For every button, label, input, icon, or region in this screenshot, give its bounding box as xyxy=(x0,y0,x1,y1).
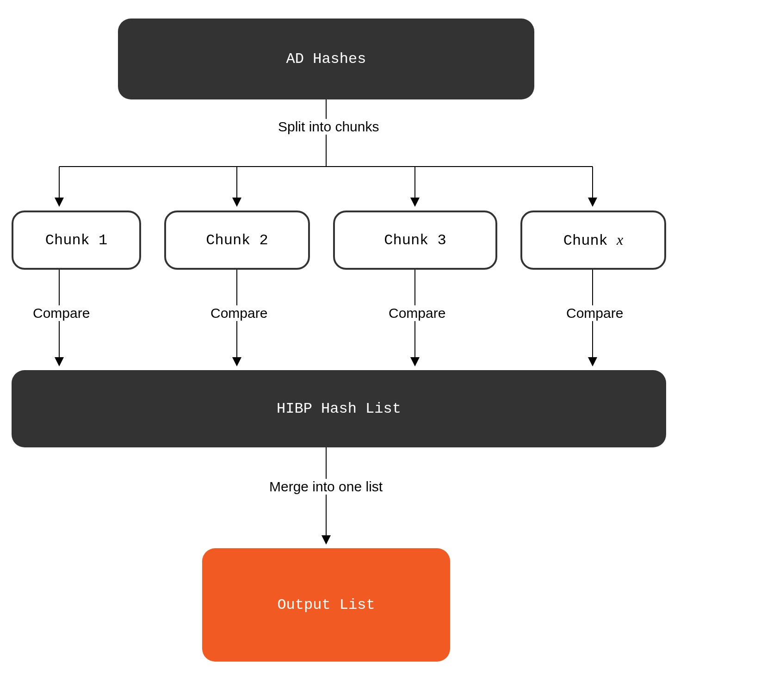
node-hibp: HIBP Hash List xyxy=(12,370,666,447)
node-hibp-label: HIBP Hash List xyxy=(277,400,401,417)
node-chunk-x: Chunk x xyxy=(520,211,666,270)
node-chunk-3-label: Chunk 3 xyxy=(384,232,446,249)
node-ad-hashes-label: AD Hashes xyxy=(286,50,366,68)
label-compare-4: Compare xyxy=(563,305,626,321)
label-merge: Merge into one list xyxy=(266,479,385,495)
label-compare-3: Compare xyxy=(386,305,448,321)
node-output: Output List xyxy=(202,548,450,662)
label-compare-1: Compare xyxy=(30,305,93,321)
node-chunk-3: Chunk 3 xyxy=(333,211,497,270)
node-output-label: Output List xyxy=(277,596,375,613)
node-chunk-x-label: Chunk x xyxy=(563,231,623,249)
label-split: Split into chunks xyxy=(275,119,382,135)
node-chunk-2: Chunk 2 xyxy=(164,211,310,270)
node-chunk-1-label: Chunk 1 xyxy=(45,232,107,249)
node-ad-hashes: AD Hashes xyxy=(118,19,534,99)
node-chunk-1: Chunk 1 xyxy=(12,211,141,270)
label-compare-2: Compare xyxy=(208,305,270,321)
node-chunk-2-label: Chunk 2 xyxy=(206,232,268,249)
